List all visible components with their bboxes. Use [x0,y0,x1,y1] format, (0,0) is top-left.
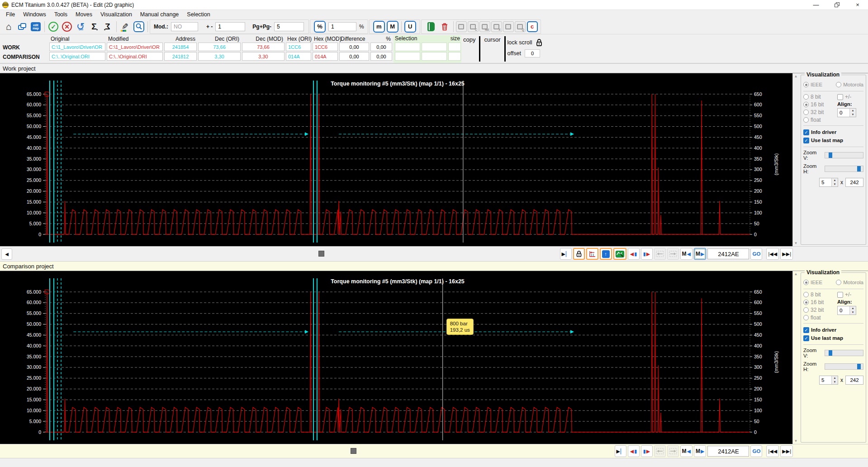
confirm-button[interactable]: ✓ [47,20,60,33]
menu-selection[interactable]: Selection [183,10,214,19]
offset-field[interactable] [525,49,540,57]
comparison-hex-ori-field[interactable] [286,52,311,61]
comparison-hex-mod-field[interactable] [313,52,338,61]
collapse-up-icon[interactable]: ▲ [794,272,798,276]
map-previous-button[interactable]: M◀ [680,445,693,457]
signed-checkbox[interactable] [837,292,843,298]
cols-field[interactable] [845,376,863,385]
comparison-chart-area[interactable]: Torque monitoring #5 (mm3/Stk) (map 1/1)… [0,271,792,444]
work-selection-end-field[interactable] [422,43,447,51]
work-dec-ori-field[interactable] [198,43,241,51]
radio-8bit[interactable] [803,94,809,100]
lock-cursor-button[interactable] [573,248,585,260]
comparison-difference-field[interactable] [339,52,369,61]
rows-spinner[interactable]: ▲▼ [819,178,838,187]
menu-windows[interactable]: Windows [19,10,50,19]
menu-visualization[interactable]: Visualization [96,10,136,19]
collapse-up-icon[interactable]: ▲ [794,74,798,78]
zoom-v-slider[interactable] [825,350,863,356]
work-percent-field[interactable] [370,43,392,51]
restore-original-button[interactable]: ↺ORI [74,20,87,33]
first-button[interactable]: |◀◀ [766,445,779,457]
window-copy-button-1[interactable] [456,21,467,32]
comparison-address-field[interactable] [164,52,197,61]
percent-field[interactable] [328,22,356,31]
comparison-modified-field[interactable] [107,52,163,61]
cancel-button[interactable]: ✕ [61,20,73,33]
play-button[interactable]: ▶▏ [560,248,572,260]
axis-mode-button[interactable] [586,248,598,260]
menu-moves[interactable]: Moves [71,10,96,19]
signed-checkbox[interactable] [837,94,843,100]
radio-32bit[interactable] [803,110,809,115]
edit-map-button[interactable]: editmap [29,20,42,33]
info-driver-checkbox[interactable]: ✓ [803,129,809,135]
align-value[interactable] [838,110,849,115]
max-button[interactable]: M [387,21,398,33]
work-address-input[interactable] [707,248,749,259]
radio-float[interactable] [803,117,809,123]
window-copy-button-6[interactable]: Q [515,21,526,32]
manual-edit-button[interactable]: ✎ [119,20,132,33]
map-next-button[interactable]: M▶ [694,248,706,260]
radio-motorola[interactable] [836,82,841,87]
work-hex-ori-field[interactable] [286,43,311,51]
radio-float[interactable] [803,315,809,320]
search-button[interactable] [133,20,145,33]
align-spinner[interactable]: ▲▼ [837,108,856,117]
work-selection-start-field[interactable] [395,43,420,51]
last-button[interactable]: ▶▶| [780,248,793,260]
delete-button[interactable] [438,20,451,33]
align-value[interactable] [838,308,849,313]
minimize-button[interactable]: — [806,0,826,10]
play-button[interactable]: ▶▏ [615,445,626,457]
scroll-left-button[interactable]: ◀ [1,248,12,260]
comparison-original-field[interactable] [49,52,105,61]
comparison-selection-end-field[interactable] [422,52,447,61]
comparison-splitter[interactable]: ▲ ▼ [792,271,799,444]
comparison-selection-start-field[interactable] [395,52,420,61]
comparison-scrollbar-thumb[interactable] [351,448,356,454]
cols-field[interactable] [845,178,863,187]
zoom-v-slider[interactable] [825,152,863,158]
rows-spinner[interactable]: ▲▼ [819,376,838,385]
first-button[interactable]: |◀◀ [766,248,779,260]
window-copy-button-4[interactable]: X [491,21,502,32]
work-scrollbar-thumb[interactable] [318,251,324,257]
work-dec-mod-field[interactable] [242,43,285,51]
radio-16bit[interactable] [803,102,809,107]
last-button[interactable]: ▶▶| [780,445,793,457]
work-address-field[interactable] [164,43,197,51]
comparison-dec-ori-field[interactable] [198,52,241,61]
driver-book-button[interactable] [425,20,437,33]
radio-16bit[interactable] [803,300,809,305]
comparison-percent-field[interactable] [370,52,392,61]
cursor-up-button[interactable]: ↑ [600,248,612,260]
close-button[interactable]: × [847,0,868,10]
work-chart-area[interactable]: Torque monitoring #5 (mm3/Stk) (map 1/1)… [0,73,792,246]
step-forward-button[interactable]: ▮▶ [641,248,653,260]
pg-field[interactable] [274,22,304,31]
step-forward-button[interactable]: ▮▶ [641,445,653,457]
use-last-map-checkbox[interactable]: ✓ [803,335,809,341]
radio-ieee[interactable] [803,82,809,87]
map-previous-button[interactable]: M◀ [680,248,693,260]
map-next-button[interactable]: M▶ [694,445,706,457]
comparison-chart[interactable]: Torque monitoring #5 (mm3/Stk) (map 1/1)… [0,271,792,444]
work-original-field[interactable] [49,43,105,51]
min-button[interactable]: m [373,21,385,33]
restore-button[interactable] [826,0,847,10]
radio-32bit[interactable] [803,307,809,313]
comparison-size-field[interactable] [448,52,461,61]
menu-file[interactable]: File [2,10,19,19]
comparison-address-input[interactable] [707,446,749,457]
menu-manual-change[interactable]: Manual change [136,10,183,19]
undo-button[interactable]: U [404,21,416,33]
collapse-down-icon[interactable]: ▼ [794,439,798,443]
percent-button[interactable]: % [314,21,326,33]
padlock-icon[interactable] [536,38,543,47]
sum-reverse-button[interactable]: Σ [101,20,114,33]
work-size-field[interactable] [448,43,461,51]
rows-value[interactable] [820,377,831,383]
work-chart[interactable]: Torque monitoring #5 (mm3/Stk) (map 1/1)… [0,73,792,246]
